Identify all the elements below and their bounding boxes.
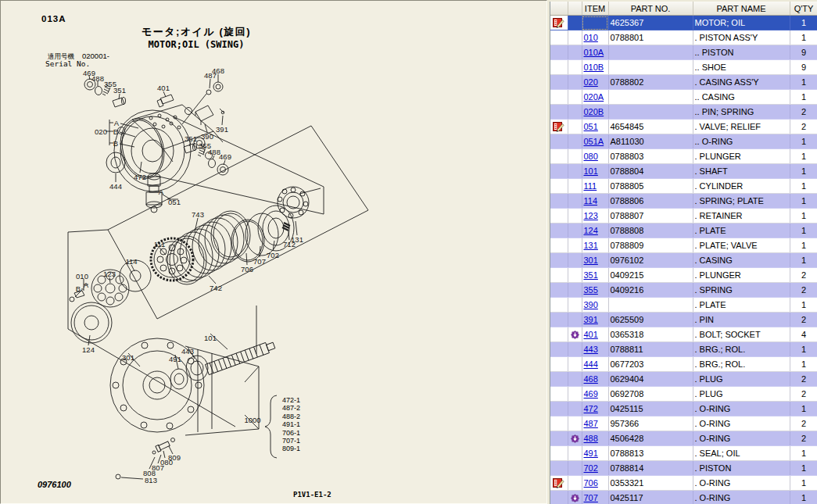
item-link[interactable]: 390 [584,300,598,309]
item-link[interactable]: 020 [584,77,598,87]
part-name-cell: . VALVE; RELIEF [693,120,790,134]
table-row[interactable]: 1240788808. PLATE1 [550,223,817,238]
part-name-cell: . RETAINER [693,209,790,223]
part-name-cell: . PLUG [693,387,790,402]
header-part-name: PART NAME [693,2,790,16]
table-row[interactable]: 0800788803. PLUNGER1 [550,149,817,164]
edit-note-icon[interactable] [553,477,564,488]
group-sub-item: 707-1 [282,437,300,445]
item-link[interactable]: 472 [584,404,598,413]
modified-part-icon[interactable] [570,493,580,503]
table-row[interactable]: 051AA811030.. O-RING1 [550,134,817,149]
item-link[interactable]: 443 [584,345,598,354]
part-no-cell: 4625367 [608,16,693,30]
table-row[interactable]: 4884506428. O-RING2 [550,431,817,446]
note-icon-cell [550,491,568,504]
item-link[interactable]: 020B [584,107,604,116]
flag-icon-cell [568,253,582,268]
table-row[interactable]: 3550409216. SPRING2 [550,283,817,298]
qty-cell: 1 [790,194,817,209]
item-link[interactable]: 301 [584,256,598,265]
qty-cell: 1 [790,491,817,504]
item-link[interactable]: 355 [584,285,598,295]
table-row[interactable]: 390. PLATE1 [550,298,817,313]
item-cell: 355 [582,283,608,298]
edit-note-icon[interactable] [553,121,564,132]
item-link[interactable]: 051 [584,122,598,131]
item-link[interactable]: 707 [584,493,598,502]
item-link[interactable]: 123 [584,211,598,220]
diagram-part-label: 702 [267,251,279,259]
note-icon-cell [550,313,568,327]
table-row[interactable]: 4010365318. BOLT; SOCKET4 [550,327,817,342]
table-row[interactable]: 3510409215. PLUNGER2 [550,268,817,283]
part-no-cell: 0788808 [608,223,693,238]
item-link[interactable]: 020A [584,92,604,102]
table-row[interactable]: 1010788804. SHAFT1 [550,164,817,179]
qty-cell: 4 [790,327,817,342]
diagram-part-label: 010 [76,272,88,281]
item-link[interactable]: 351 [584,270,598,280]
part-no-cell: 0788811 [608,342,693,357]
table-row[interactable]: 7070425117. O-RING1 [550,491,817,504]
item-link[interactable]: 491 [584,449,598,458]
part-name-cell: .. CASING [693,90,790,105]
item-link[interactable]: 401 [584,330,598,339]
item-link[interactable]: 124 [584,226,598,235]
table-row[interactable]: 487957366. O-RING2 [550,416,817,431]
table-row[interactable]: 1230788807. RETAINER1 [550,209,817,223]
item-link[interactable]: 010 [584,33,598,42]
qty-cell: 1 [790,402,817,416]
item-link[interactable]: 487 [584,419,598,428]
table-row[interactable]: 0200788802. CASING ASS'Y1 [550,75,817,90]
item-link[interactable]: 114 [584,196,598,206]
table-row[interactable]: 3910625509. PIN2 [550,313,817,327]
table-row[interactable]: 010B.. SHOE9 [550,60,817,75]
table-row[interactable]: 4440677203. BRG.; ROL.1 [550,357,817,372]
table-row[interactable]: 4680629404. PLUG2 [550,372,817,387]
table-row[interactable]: 4430788811. BRG.; ROL.1 [550,342,817,357]
item-link[interactable]: 010A [584,48,604,57]
table-row[interactable]: 020A.. CASING1 [550,90,817,105]
flag-icon-cell [568,446,582,461]
flag-icon-cell [568,283,582,298]
item-link[interactable]: 702 [584,463,598,473]
table-row[interactable]: 7060353321. O-RING1 [550,476,817,491]
table-row[interactable]: 4625367MOTOR; OIL1 [550,16,817,30]
table-row[interactable]: 4910788813. SEAL; OIL1 [550,446,817,461]
table-row[interactable]: 020B.. PIN; SPRING2 [550,105,817,120]
item-link[interactable]: 111 [584,181,597,191]
note-icon-cell [550,30,568,45]
item-cell: 020A [582,90,608,105]
item-link[interactable]: 468 [584,374,598,384]
modified-part-icon[interactable] [570,434,580,444]
note-icon-cell [550,431,568,446]
item-link[interactable]: 706 [584,478,598,488]
sheet-code: P1V1-E1-2 [293,491,331,499]
item-link[interactable]: 131 [584,241,598,250]
item-link[interactable]: 051A [584,137,604,146]
item-link[interactable]: 444 [584,359,598,369]
item-link[interactable]: 488 [584,434,598,443]
table-row[interactable]: 7020788814. PISTON1 [550,461,817,476]
item-link[interactable]: 469 [584,389,598,399]
table-row[interactable]: 4690692708. PLUG2 [550,387,817,402]
diagram-part-label: 051 [168,198,181,206]
modified-part-icon[interactable] [570,330,580,340]
item-link[interactable]: 080 [584,152,598,161]
item-link[interactable]: 391 [584,315,598,324]
diagram-part-label: 390 [201,132,213,141]
table-row[interactable]: 1310788809. PLATE; VALVE1 [550,238,817,253]
table-row[interactable]: 1110788805. CYLINDER1 [550,179,817,194]
part-no-cell: A811030 [608,134,693,149]
item-cell: 491 [582,446,608,461]
table-row[interactable]: 0514654845. VALVE; RELIEF2 [550,120,817,134]
item-link[interactable]: 101 [584,166,598,176]
table-row[interactable]: 010A.. PISTON9 [550,45,817,60]
item-link[interactable]: 010B [584,63,604,72]
table-row[interactable]: 1140788806. SPRING; PLATE1 [550,194,817,209]
edit-note-icon[interactable] [553,17,564,28]
table-row[interactable]: 0100788801. PISTON ASS'Y1 [550,30,817,45]
table-row[interactable]: 4720425115. O-RING1 [550,402,817,416]
table-row[interactable]: 3010976102. CASING1 [550,253,817,268]
